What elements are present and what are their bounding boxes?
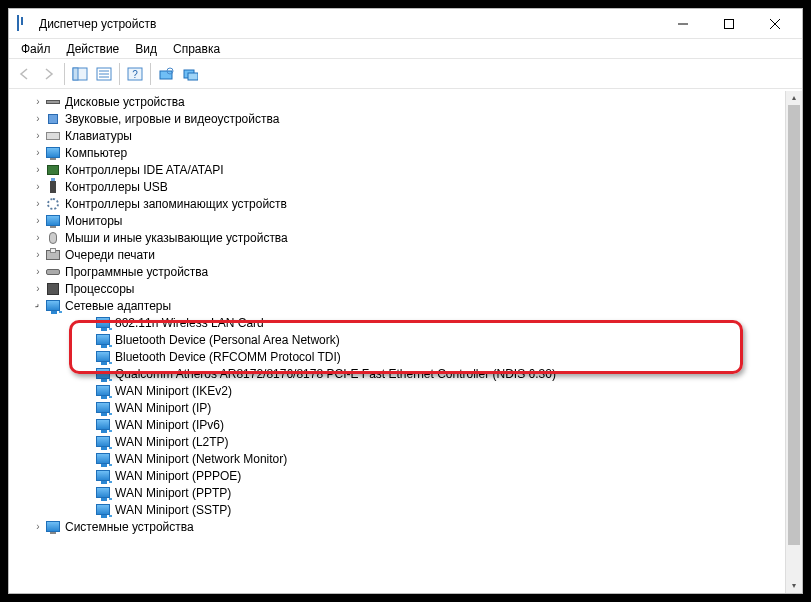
menu-action[interactable]: Действие — [59, 41, 128, 57]
mouse-icon — [45, 230, 61, 246]
network-icon — [45, 298, 61, 314]
toolbar-show-hide-button[interactable] — [68, 62, 92, 86]
network-icon — [95, 434, 111, 450]
minimize-button[interactable] — [660, 9, 706, 39]
close-button[interactable] — [752, 9, 798, 39]
menu-view[interactable]: Вид — [127, 41, 165, 57]
maximize-button[interactable] — [706, 9, 752, 39]
window-controls — [660, 9, 798, 39]
chevron-right-icon[interactable]: › — [31, 164, 45, 175]
chevron-right-icon[interactable]: › — [31, 266, 45, 277]
chevron-right-icon[interactable]: › — [31, 283, 45, 294]
category-network-adapters[interactable]: ›Сетевые адаптеры — [11, 297, 800, 314]
svg-rect-5 — [73, 68, 78, 80]
toolbar-back-button[interactable] — [13, 62, 37, 86]
toolbar-separator — [119, 63, 120, 85]
chevron-right-icon[interactable]: › — [31, 232, 45, 243]
usb-icon — [45, 179, 61, 195]
svg-rect-1 — [725, 19, 734, 28]
device-tree[interactable]: ›Дисковые устройства ›Звуковые, игровые … — [9, 89, 802, 593]
svg-rect-12 — [160, 71, 172, 79]
chevron-right-icon[interactable]: › — [31, 96, 45, 107]
chevron-right-icon[interactable]: › — [31, 130, 45, 141]
toolbar-properties-button[interactable] — [92, 62, 116, 86]
chevron-right-icon[interactable]: › — [31, 215, 45, 226]
category-keyboards[interactable]: ›Клавиатуры — [11, 127, 800, 144]
network-icon — [95, 383, 111, 399]
category-system-devices[interactable]: ›Системные устройства — [11, 518, 800, 535]
network-icon — [95, 332, 111, 348]
chevron-right-icon[interactable]: › — [31, 249, 45, 260]
network-icon — [95, 485, 111, 501]
category-computer[interactable]: ›Компьютер — [11, 144, 800, 161]
device-wan-pppoe[interactable]: WAN Miniport (PPPOE) — [11, 467, 800, 484]
window-title: Диспетчер устройств — [39, 17, 660, 31]
category-usb[interactable]: ›Контроллеры USB — [11, 178, 800, 195]
keyboard-icon — [45, 128, 61, 144]
device-wan-netmon[interactable]: WAN Miniport (Network Monitor) — [11, 450, 800, 467]
network-icon — [95, 417, 111, 433]
toolbar-scan-button[interactable] — [154, 62, 178, 86]
category-audio[interactable]: ›Звуковые, игровые и видеоустройства — [11, 110, 800, 127]
device-bluetooth-pan[interactable]: Bluetooth Device (Personal Area Network) — [11, 331, 800, 348]
network-icon — [95, 400, 111, 416]
toolbar-devices-button[interactable] — [178, 62, 202, 86]
category-software-devices[interactable]: ›Программные устройства — [11, 263, 800, 280]
chevron-right-icon[interactable]: › — [31, 198, 45, 209]
category-print-queues[interactable]: ›Очереди печати — [11, 246, 800, 263]
chevron-right-icon[interactable]: › — [31, 181, 45, 192]
device-bluetooth-rfcomm[interactable]: Bluetooth Device (RFCOMM Protocol TDI) — [11, 348, 800, 365]
device-wan-sstp[interactable]: WAN Miniport (SSTP) — [11, 501, 800, 518]
device-wan-ipv6[interactable]: WAN Miniport (IPv6) — [11, 416, 800, 433]
monitor-icon — [45, 519, 61, 535]
chevron-right-icon[interactable]: › — [31, 147, 45, 158]
network-icon — [95, 451, 111, 467]
category-processors[interactable]: ›Процессоры — [11, 280, 800, 297]
network-icon — [95, 349, 111, 365]
toolbar-forward-button[interactable] — [37, 62, 61, 86]
app-icon — [17, 16, 33, 32]
device-wan-ikev2[interactable]: WAN Miniport (IKEv2) — [11, 382, 800, 399]
category-disk-drives[interactable]: ›Дисковые устройства — [11, 93, 800, 110]
category-monitors[interactable]: ›Мониторы — [11, 212, 800, 229]
svg-rect-15 — [188, 73, 198, 80]
network-icon — [95, 315, 111, 331]
chevron-right-icon[interactable]: › — [31, 113, 45, 124]
network-icon — [95, 468, 111, 484]
scroll-down-arrow-icon[interactable]: ▾ — [786, 579, 802, 593]
network-icon — [95, 502, 111, 518]
device-atheros-ethernet[interactable]: Qualcomm Atheros AR8172/8176/8178 PCI-E … — [11, 365, 800, 382]
toolbar-help-button[interactable]: ? — [123, 62, 147, 86]
toolbar: ? — [9, 59, 802, 89]
printer-icon — [45, 247, 61, 263]
monitor-icon — [45, 213, 61, 229]
chip-icon — [45, 162, 61, 178]
vertical-scrollbar[interactable]: ▴ ▾ — [785, 91, 802, 593]
device-wireless-lan[interactable]: 802.11n Wireless LAN Card — [11, 314, 800, 331]
device-manager-window: Диспетчер устройств Файл Действие Вид Сп… — [8, 8, 803, 594]
scrollbar-thumb[interactable] — [788, 105, 800, 545]
device-wan-ip[interactable]: WAN Miniport (IP) — [11, 399, 800, 416]
disk-icon — [45, 94, 61, 110]
menu-file[interactable]: Файл — [13, 41, 59, 57]
device-wan-pptp[interactable]: WAN Miniport (PPTP) — [11, 484, 800, 501]
category-storage[interactable]: ›Контроллеры запоминающих устройств — [11, 195, 800, 212]
network-icon — [95, 366, 111, 382]
category-ide[interactable]: ›Контроллеры IDE ATA/ATAPI — [11, 161, 800, 178]
device-wan-l2tp[interactable]: WAN Miniport (L2TP) — [11, 433, 800, 450]
hid-icon — [45, 264, 61, 280]
category-mice[interactable]: ›Мыши и иные указывающие устройства — [11, 229, 800, 246]
menubar: Файл Действие Вид Справка — [9, 39, 802, 59]
chevron-right-icon[interactable]: › — [31, 521, 45, 532]
toolbar-separator — [64, 63, 65, 85]
svg-text:?: ? — [132, 69, 138, 80]
cpu-icon — [45, 281, 61, 297]
gear-icon — [45, 196, 61, 212]
titlebar: Диспетчер устройств — [9, 9, 802, 39]
audio-icon — [45, 111, 61, 127]
scroll-up-arrow-icon[interactable]: ▴ — [786, 91, 802, 105]
toolbar-separator — [150, 63, 151, 85]
monitor-icon — [45, 145, 61, 161]
menu-help[interactable]: Справка — [165, 41, 228, 57]
